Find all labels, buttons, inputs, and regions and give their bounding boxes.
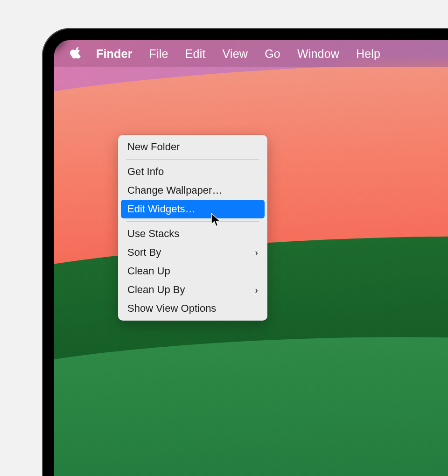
menu-item-use-stacks[interactable]: Use Stacks [121, 224, 265, 243]
apple-menu-icon[interactable] [70, 47, 82, 61]
menu-separator [126, 221, 259, 222]
menu-item-change-wallpaper[interactable]: Change Wallpaper… [121, 181, 265, 200]
menu-item-get-info[interactable]: Get Info [121, 162, 265, 181]
chevron-right-icon: › [255, 247, 258, 258]
menu-item-label: Sort By [127, 246, 161, 259]
menubar-item-go[interactable]: Go [256, 47, 289, 61]
menu-item-label: Use Stacks [127, 228, 179, 240]
menu-item-show-view-options[interactable]: Show View Options [121, 299, 265, 318]
desktop-context-menu: New Folder Get Info Change Wallpaper… Ed… [118, 135, 267, 321]
menu-item-new-folder[interactable]: New Folder [121, 138, 265, 156]
menu-item-label: Edit Widgets… [127, 203, 196, 215]
menu-item-clean-up-by[interactable]: Clean Up By › [121, 280, 265, 299]
menubar-item-help[interactable]: Help [348, 47, 389, 61]
menubar-item-window[interactable]: Window [289, 47, 348, 61]
menu-item-sort-by[interactable]: Sort By › [121, 243, 265, 262]
menubar: Finder File Edit View Go Window Help [54, 40, 448, 67]
menu-item-clean-up[interactable]: Clean Up [121, 262, 265, 280]
menu-item-label: Clean Up By [127, 284, 185, 296]
menu-item-label: New Folder [127, 141, 180, 153]
menu-item-label: Clean Up [127, 265, 170, 277]
menu-item-edit-widgets[interactable]: Edit Widgets… [121, 200, 265, 218]
menubar-app-name[interactable]: Finder [96, 47, 141, 61]
menu-item-label: Change Wallpaper… [127, 184, 222, 196]
screen: Finder File Edit View Go Window Help New… [54, 40, 448, 476]
chevron-right-icon: › [255, 285, 258, 295]
menu-item-label: Get Info [127, 166, 164, 178]
menu-separator [126, 159, 259, 160]
menubar-item-file[interactable]: File [141, 47, 177, 61]
menu-item-label: Show View Options [127, 302, 216, 315]
menubar-item-edit[interactable]: Edit [177, 47, 214, 61]
menubar-item-view[interactable]: View [214, 47, 257, 61]
device-bezel: Finder File Edit View Go Window Help New… [42, 28, 448, 476]
